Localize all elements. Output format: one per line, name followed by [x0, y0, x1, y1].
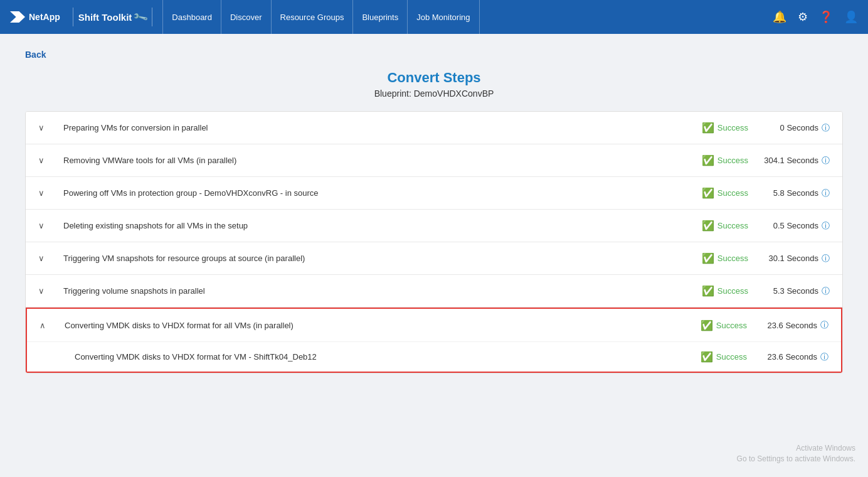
step-row: ∧Converting VMDK disks to VHDX format fo… [27, 309, 841, 341]
step-seconds: 5.8 Seconds ⓘ [748, 188, 830, 199]
header-divider-1 [73, 8, 73, 26]
info-icon[interactable]: ⓘ [822, 188, 830, 199]
check-icon: ✅ [702, 187, 714, 199]
step-status: ✅Success [685, 154, 748, 166]
step-status: ✅Success [685, 187, 748, 199]
nav-blueprints[interactable]: Blueprints [353, 0, 408, 34]
step-seconds: 30.1 Seconds ⓘ [748, 253, 830, 264]
status-label: Success [717, 188, 748, 198]
info-icon[interactable]: ⓘ [822, 155, 830, 166]
check-icon: ✅ [702, 285, 714, 297]
step-name: Deleting existing snapshots for all VMs … [53, 212, 685, 239]
status-label: Success [717, 123, 748, 132]
step-row: ∨Deleting existing snapshots for all VMs… [26, 210, 842, 242]
netapp-logo: NetApp [10, 11, 60, 23]
check-icon: ✅ [702, 122, 714, 134]
chevron-down-icon[interactable]: ∨ [38, 156, 53, 165]
step-row: ∨Removing VMWare tools for all VMs (in p… [26, 144, 842, 177]
chevron-down-icon[interactable]: ∨ [38, 286, 53, 296]
chevron-down-icon[interactable]: ∨ [38, 254, 53, 263]
chevron-down-icon[interactable]: ∨ [38, 221, 53, 230]
status-label: Success [716, 352, 747, 362]
nav-resource-groups[interactable]: Resource Groups [272, 0, 354, 34]
chevron-down-icon[interactable]: ∨ [38, 188, 53, 198]
step-seconds: 5.3 Seconds ⓘ [748, 286, 830, 297]
wrench-icon: 🔧 [132, 9, 149, 25]
bell-icon[interactable]: 🔔 [773, 10, 786, 24]
back-button[interactable]: Back [25, 50, 46, 60]
step-name: Triggering VM snapshots for resource gro… [53, 245, 685, 272]
step-row: ∨Powering off VMs in protection group - … [26, 177, 842, 210]
check-icon: ✅ [701, 319, 713, 331]
header-divider-2 [152, 8, 152, 26]
info-icon[interactable]: ⓘ [822, 286, 830, 297]
step-status: ✅Success [685, 285, 748, 297]
step-status: ✅Success [685, 220, 748, 232]
info-icon[interactable]: ⓘ [820, 351, 828, 363]
step-name: Removing VMWare tools for all VMs (in pa… [53, 147, 685, 174]
step-status: ✅Success [685, 252, 748, 264]
nav-discover[interactable]: Discover [221, 0, 272, 34]
info-icon[interactable]: ⓘ [822, 220, 830, 232]
chevron-down-icon[interactable]: ∨ [38, 123, 53, 132]
sub-step-status: ✅Success [684, 351, 747, 363]
step-name: Triggering volume snapshots in parallel [53, 277, 685, 304]
header-icons: 🔔 ⚙ ❓ 👤 [773, 10, 858, 24]
status-label: Success [717, 286, 748, 296]
help-icon[interactable]: ❓ [819, 10, 833, 24]
page-subtitle: Blueprint: DemoVHDXConvBP [25, 88, 843, 99]
info-icon[interactable]: ⓘ [822, 122, 830, 134]
step-status: ✅Success [685, 122, 748, 134]
check-icon: ✅ [702, 154, 714, 166]
chevron-up-icon[interactable]: ∧ [40, 321, 55, 330]
netapp-icon [10, 11, 25, 23]
step-name: Preparing VMs for conversion in parallel [53, 114, 685, 141]
check-icon: ✅ [702, 252, 714, 264]
step-row: ∨Triggering VM snapshots for resource gr… [26, 242, 842, 275]
status-label: Success [716, 321, 747, 330]
step-seconds: 0.5 Seconds ⓘ [748, 220, 830, 232]
step-name: Powering off VMs in protection group - D… [53, 180, 685, 206]
step-seconds: 23.6 Seconds ⓘ [747, 319, 828, 331]
check-icon: ✅ [701, 351, 713, 363]
step-row: ∨Preparing VMs for conversion in paralle… [26, 112, 842, 144]
check-icon: ✅ [702, 220, 714, 232]
step-seconds: 304.1 Seconds ⓘ [748, 155, 830, 166]
app-header: NetApp Shift Toolkit 🔧 Dashboard Discove… [0, 0, 868, 34]
status-label: Success [717, 221, 748, 230]
step-status: ✅Success [684, 319, 747, 331]
sub-step-row: Converting VMDK disks to VHDX format for… [27, 341, 841, 372]
step-row: ∨Triggering volume snapshots in parallel… [26, 275, 842, 308]
sub-step-seconds: 23.6 Seconds ⓘ [747, 351, 828, 363]
info-icon[interactable]: ⓘ [822, 253, 830, 264]
status-label: Success [717, 254, 748, 263]
steps-list: ∨Preparing VMs for conversion in paralle… [25, 111, 843, 373]
page-title: Convert Steps [25, 70, 843, 86]
status-label: Success [717, 156, 748, 165]
user-icon[interactable]: 👤 [844, 10, 858, 24]
info-icon[interactable]: ⓘ [820, 319, 828, 331]
netapp-label: NetApp [29, 12, 60, 22]
main-nav: Dashboard Discover Resource Groups Bluep… [162, 0, 773, 34]
gear-icon[interactable]: ⚙ [798, 10, 808, 24]
step-name: Converting VMDK disks to VHDX format for… [55, 312, 684, 339]
step-seconds: 0 Seconds ⓘ [748, 122, 830, 134]
shift-toolkit-label: Shift Toolkit 🔧 [78, 11, 147, 23]
nav-dashboard[interactable]: Dashboard [162, 0, 221, 34]
main-content: Back Convert Steps Blueprint: DemoVHDXCo… [0, 34, 868, 477]
step-row-highlighted: ∧Converting VMDK disks to VHDX format fo… [26, 308, 842, 373]
nav-job-monitoring[interactable]: Job Monitoring [408, 0, 479, 34]
sub-step-name: Converting VMDK disks to VHDX format for… [65, 346, 684, 368]
